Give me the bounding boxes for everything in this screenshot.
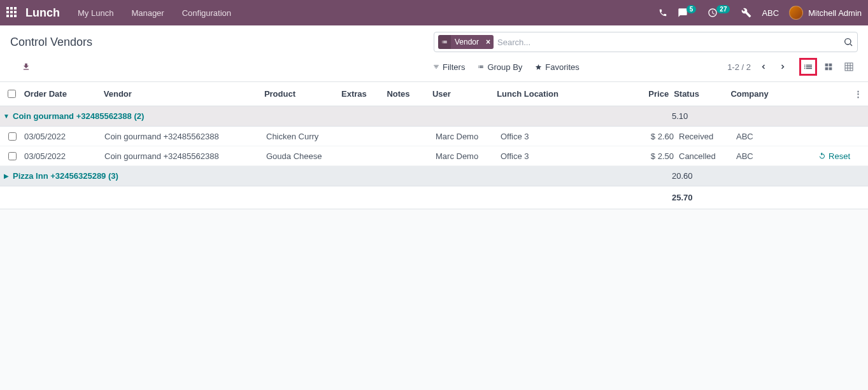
col-status[interactable]: Status (674, 89, 730, 99)
col-vendor[interactable]: Vendor (104, 89, 264, 99)
company-selector[interactable]: ABC (762, 8, 779, 18)
search-bar[interactable]: Vendor × (434, 32, 858, 52)
cell-company: ABC (736, 151, 800, 161)
cell-status: Cancelled (679, 151, 736, 161)
activity-badge: 27 (716, 5, 730, 13)
filters-label: Filters (443, 62, 465, 72)
col-product[interactable]: Product (264, 89, 341, 99)
group-total: 20.60 (672, 171, 868, 181)
group-label: Pizza Inn +32456325289 (3) (13, 171, 118, 181)
cell-price: $ 2.60 (628, 132, 679, 141)
export-button[interactable] (22, 62, 31, 71)
col-location[interactable]: Lunch Location (497, 89, 623, 99)
cell-date: 03/05/2022 (24, 151, 104, 161)
group-header[interactable]: ▶ Pizza Inn +32456325289 (3) 20.60 (0, 166, 868, 186)
top-navbar: Lunch My Lunch Manager Configuration 5 2… (0, 0, 868, 25)
app-brand[interactable]: Lunch (25, 6, 60, 20)
cell-product: Chicken Curry (266, 132, 344, 141)
table-footer: 25.70 (0, 186, 868, 209)
group-label: Coin gourmand +32485562388 (2) (13, 111, 144, 121)
user-menu[interactable]: Mitchell Admin (789, 6, 862, 20)
avatar (789, 6, 803, 20)
cell-status: Received (679, 132, 736, 141)
facet-remove-icon[interactable]: × (483, 38, 494, 46)
select-all-checkbox[interactable] (8, 90, 16, 98)
chevron-right-icon[interactable]: ▶ (0, 172, 13, 179)
list-view-button[interactable] (799, 58, 817, 76)
group-total: 5.10 (672, 111, 868, 121)
list-view: Order Date Vendor Product Extras Notes U… (0, 82, 868, 209)
filters-button[interactable]: Filters (433, 62, 465, 72)
pager-text[interactable]: 1-2 / 2 (727, 62, 751, 72)
pager-next-icon[interactable] (776, 63, 789, 71)
col-user[interactable]: User (432, 89, 497, 99)
grand-total: 25.70 (672, 193, 868, 202)
nav-configuration[interactable]: Configuration (182, 8, 231, 18)
cell-user: Marc Demo (436, 132, 501, 141)
nav-manager[interactable]: Manager (131, 8, 164, 18)
table-header: Order Date Vendor Product Extras Notes U… (0, 82, 868, 106)
list-icon (438, 35, 451, 49)
pivot-view-button[interactable] (840, 58, 858, 76)
search-input[interactable] (497, 38, 839, 47)
nav-menu: My Lunch Manager Configuration (78, 8, 231, 18)
col-extras[interactable]: Extras (341, 89, 387, 99)
cell-price: $ 2.50 (628, 151, 679, 161)
cell-location: Office 3 (501, 132, 628, 141)
control-panel: Control Vendors Vendor × Filters (0, 25, 868, 82)
page-title: Control Vendors (10, 36, 92, 49)
row-checkbox[interactable] (8, 152, 17, 160)
user-name-label: Mitchell Admin (808, 8, 862, 18)
table-row[interactable]: 03/05/2022 Coin gourmand +32485562388 Go… (0, 146, 868, 166)
pager-prev-icon[interactable] (757, 63, 770, 71)
cell-company: ABC (736, 132, 800, 141)
col-notes[interactable]: Notes (387, 89, 432, 99)
svg-rect-2 (845, 63, 853, 71)
kanban-view-button[interactable] (820, 58, 837, 76)
chevron-down-icon[interactable]: ▼ (0, 113, 13, 120)
nav-right: 5 27 ABC Mitchell Admin (658, 6, 862, 20)
nav-my-lunch[interactable]: My Lunch (78, 8, 113, 18)
chat-icon[interactable]: 5 (678, 8, 698, 18)
svg-line-1 (850, 44, 852, 46)
cell-user: Marc Demo (436, 151, 501, 161)
apps-icon[interactable] (6, 7, 18, 18)
col-order-date[interactable]: Order Date (24, 89, 104, 99)
col-price[interactable]: Price (623, 89, 674, 99)
tools-icon[interactable] (741, 8, 751, 18)
cell-product: Gouda Cheese (266, 151, 344, 161)
cell-location: Office 3 (501, 151, 628, 161)
groupby-button[interactable]: Group By (478, 62, 522, 72)
col-company[interactable]: Company (730, 89, 793, 99)
groupby-label: Group By (487, 62, 522, 72)
svg-point-0 (845, 39, 851, 45)
reset-button[interactable]: Reset (800, 151, 850, 161)
phone-icon[interactable] (658, 8, 667, 17)
facet-label: Vendor (451, 38, 483, 46)
group-header[interactable]: ▼ Coin gourmand +32485562388 (2) 5.10 (0, 106, 868, 127)
activity-icon[interactable]: 27 (708, 8, 731, 18)
row-checkbox[interactable] (8, 132, 17, 141)
undo-icon (818, 152, 826, 160)
search-facet-vendor: Vendor × (438, 35, 494, 49)
reset-label: Reset (829, 151, 850, 161)
column-options-icon[interactable]: ⋮ (854, 89, 863, 99)
table-row[interactable]: 03/05/2022 Coin gourmand +32485562388 Ch… (0, 127, 868, 146)
view-switcher (799, 58, 858, 76)
pager: 1-2 / 2 (727, 62, 789, 72)
cell-vendor: Coin gourmand +32485562388 (104, 151, 266, 161)
search-icon[interactable] (843, 37, 853, 47)
chat-badge: 5 (687, 5, 697, 13)
favorites-button[interactable]: Favorites (535, 62, 579, 72)
cell-date: 03/05/2022 (24, 132, 104, 141)
cell-vendor: Coin gourmand +32485562388 (104, 132, 266, 141)
favorites-label: Favorites (545, 62, 579, 72)
